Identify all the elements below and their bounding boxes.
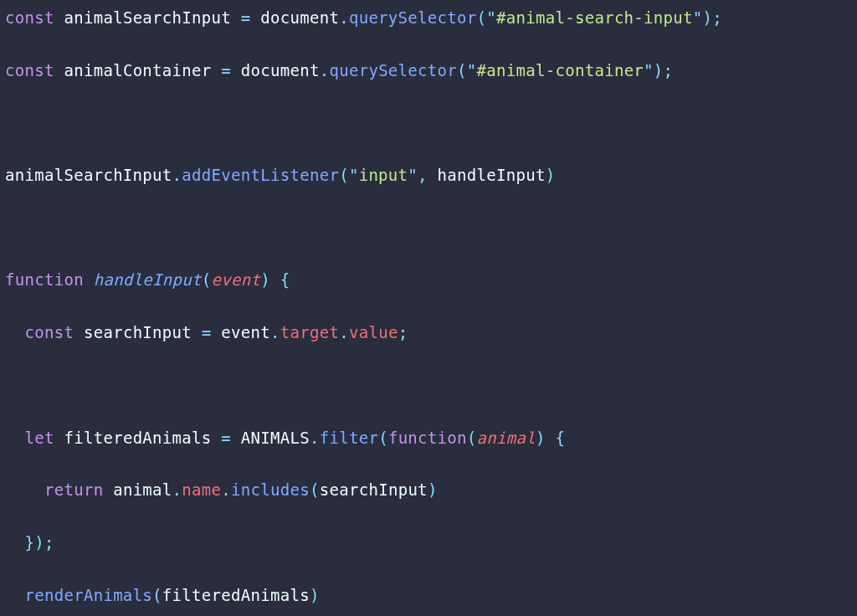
code-line-12: renderAnimals(filteredAnimals) <box>5 583 857 608</box>
code-line-7: const searchInput = event.target.value; <box>5 320 857 346</box>
code-line-1: const animalSearchInput = document.query… <box>5 5 857 31</box>
code-line-4: animalSearchInput.addEventListener("inpu… <box>5 162 857 188</box>
code-line-10: return animal.name.includes(searchInput) <box>5 477 857 503</box>
code-line-blank <box>5 110 857 136</box>
code-line-6: function handleInput(event) { <box>5 267 857 293</box>
code-line-11: }); <box>5 530 857 556</box>
code-line-9: let filteredAnimals = ANIMALS.filter(fun… <box>5 425 857 451</box>
code-line-blank <box>5 372 857 398</box>
code-line-blank <box>5 215 857 241</box>
code-line-2: const animalContainer = document.querySe… <box>5 58 857 84</box>
code-editor[interactable]: const animalSearchInput = document.query… <box>5 5 857 616</box>
